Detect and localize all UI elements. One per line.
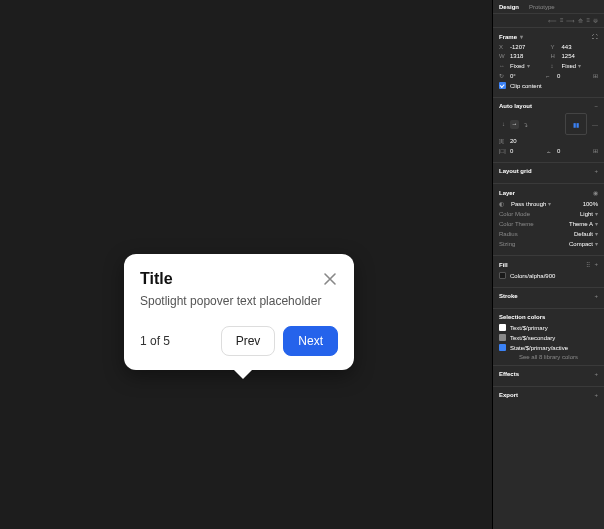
clip-content-checkbox[interactable]	[499, 82, 506, 89]
fill-swatch[interactable]	[499, 272, 506, 279]
add-stroke-icon[interactable]: +	[594, 293, 598, 299]
auto-layout-title: Auto layout	[499, 103, 532, 109]
sizing-label: Sizing	[499, 241, 515, 247]
align-toolbar: ⟸ ≡ ⟹ ⟰ ≡ ⟱	[493, 14, 604, 28]
sizing-select[interactable]: Compact▾	[569, 240, 598, 247]
selection-color-item[interactable]: State/$/primary/active	[499, 344, 598, 351]
fill-styles-icon[interactable]: ⠿	[586, 261, 590, 268]
selection-color-item[interactable]: Text/$/primary	[499, 324, 598, 331]
export-title: Export	[499, 392, 518, 398]
resize-to-fit-icon[interactable]: ⛶	[592, 34, 598, 40]
vconstraint-select[interactable]: Fixed▾	[562, 62, 582, 69]
opacity-input[interactable]: 100%	[583, 201, 598, 207]
x-input[interactable]: -1207	[510, 44, 525, 50]
color-mode-label: Color Mode	[499, 211, 530, 217]
color-swatch	[499, 334, 506, 341]
close-icon[interactable]	[322, 271, 338, 287]
direction-horizontal-icon[interactable]: →	[510, 120, 519, 129]
add-layout-grid-icon[interactable]: +	[594, 168, 598, 174]
w-input[interactable]: 1318	[510, 53, 523, 59]
chevron-down-icon: ▾	[520, 33, 523, 40]
radius-select[interactable]: Default▾	[574, 230, 598, 237]
hconstraint-select[interactable]: Fixed▾	[510, 62, 530, 69]
selection-colors-title: Selection colors	[499, 314, 545, 320]
add-fill-icon[interactable]: +	[594, 261, 598, 268]
layout-grid-title: Layout grid	[499, 168, 532, 174]
padv-input[interactable]: 0	[557, 148, 560, 154]
color-mode-select[interactable]: Light▾	[580, 210, 598, 217]
remove-auto-layout-icon[interactable]: −	[594, 103, 598, 109]
padh-input[interactable]: 0	[510, 148, 513, 154]
align-top-icon[interactable]: ⟰	[578, 17, 583, 24]
section-fill: Fill ⠿ + Colors/alpha/900	[493, 256, 604, 288]
clip-content-label: Clip content	[510, 83, 542, 89]
hconstraint-icon: ↔	[499, 63, 507, 69]
color-name: Text/$/secondary	[510, 335, 555, 341]
stroke-title: Stroke	[499, 293, 518, 299]
section-layout-grid: Layout grid +	[493, 163, 604, 184]
section-layer: Layer ◉ ◐ Pass through▾ 100% Color ModeL…	[493, 184, 604, 256]
section-auto-layout: Auto layout − ↓ → ↴ ▮▮ ⋯ ]I[20 |□|0 ⫠0 ⊞	[493, 98, 604, 163]
popover-step: 1 of 5	[140, 334, 170, 348]
padh-icon: |□|	[499, 148, 507, 154]
section-stroke: Stroke +	[493, 288, 604, 309]
popover-body: Spotlight popover text placeholder	[140, 294, 338, 308]
popover-title: Title	[140, 270, 173, 288]
canvas-area[interactable]: Title Spotlight popover text placeholder…	[0, 0, 492, 529]
auto-layout-more-icon[interactable]: ⋯	[592, 121, 598, 128]
add-effect-icon[interactable]: +	[594, 371, 598, 377]
align-vcenter-icon[interactable]: ≡	[586, 17, 590, 24]
blend-select[interactable]: Pass through▾	[511, 200, 551, 207]
align-hcenter-icon[interactable]: ≡	[560, 17, 564, 24]
vconstraint-icon: ↕	[551, 63, 559, 69]
alignment-box[interactable]: ▮▮	[565, 113, 587, 135]
inspector-panel: Design Prototype ⟸ ≡ ⟹ ⟰ ≡ ⟱ Frame▾ ⛶ X-…	[492, 0, 604, 529]
independent-corners-icon[interactable]: ⊞	[593, 72, 598, 79]
y-label: Y	[551, 44, 559, 50]
align-right-icon[interactable]: ⟹	[566, 17, 575, 24]
x-label: X	[499, 44, 507, 50]
gap-input[interactable]: 20	[510, 138, 517, 144]
frame-title[interactable]: Frame▾	[499, 33, 523, 40]
color-name: Text/$/primary	[510, 325, 548, 331]
color-theme-select[interactable]: Theme A▾	[569, 220, 598, 227]
corner-radius-icon: ⌐	[546, 73, 554, 79]
layer-title: Layer	[499, 190, 515, 196]
independent-padding-icon[interactable]: ⊞	[593, 147, 598, 154]
fill-name[interactable]: Colors/alpha/900	[510, 273, 555, 279]
radius-label: Radius	[499, 231, 518, 237]
align-bottom-icon[interactable]: ⟱	[593, 17, 598, 24]
gap-icon: ]I[	[499, 138, 507, 144]
fill-title: Fill	[499, 262, 508, 268]
see-all-colors-link[interactable]: See all 8 library colors	[499, 354, 598, 360]
section-export: Export +	[493, 387, 604, 407]
corner-radius-input[interactable]: 0	[557, 73, 560, 79]
section-selection-colors: Selection colors Text/$/primary Text/$/s…	[493, 309, 604, 366]
align-left-icon[interactable]: ⟸	[548, 17, 557, 24]
section-effects: Effects +	[493, 366, 604, 387]
layer-visibility-icon[interactable]: ◉	[593, 189, 598, 196]
rotation-input[interactable]: 0°	[510, 73, 516, 79]
padv-icon: ⫠	[546, 148, 554, 154]
selection-color-item[interactable]: Text/$/secondary	[499, 334, 598, 341]
h-input[interactable]: 1254	[562, 53, 575, 59]
next-button[interactable]: Next	[283, 326, 338, 356]
color-swatch	[499, 324, 506, 331]
tab-prototype[interactable]: Prototype	[529, 4, 555, 10]
rotation-icon: ↻	[499, 72, 507, 79]
add-export-icon[interactable]: +	[594, 392, 598, 398]
effects-title: Effects	[499, 371, 519, 377]
direction-wrap-icon[interactable]: ↴	[521, 120, 530, 129]
color-name: State/$/primary/active	[510, 345, 568, 351]
h-label: H	[551, 53, 559, 59]
w-label: W	[499, 53, 507, 59]
prev-button[interactable]: Prev	[221, 326, 276, 356]
color-swatch	[499, 344, 506, 351]
spotlight-popover: Title Spotlight popover text placeholder…	[124, 254, 354, 370]
blend-icon: ◐	[499, 200, 507, 207]
tab-design[interactable]: Design	[499, 4, 519, 10]
section-frame: Frame▾ ⛶ X-1207 Y443 W1318 H1254 ↔Fixed▾…	[493, 28, 604, 98]
color-theme-label: Color Theme	[499, 221, 534, 227]
direction-vertical-icon[interactable]: ↓	[499, 120, 508, 129]
y-input[interactable]: 443	[562, 44, 572, 50]
